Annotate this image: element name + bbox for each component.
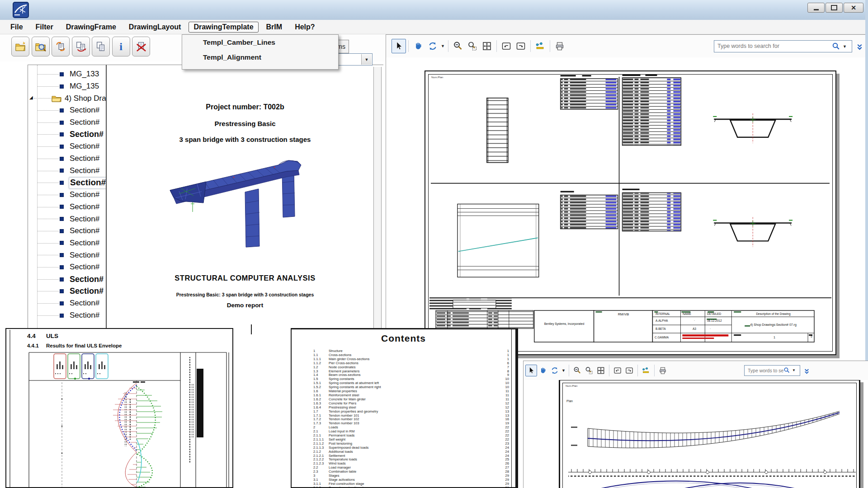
tree-item[interactable]: ◢ Section# — [28, 273, 106, 286]
tree-item-label[interactable]: Section# — [70, 190, 99, 199]
close-button[interactable]: ✕ — [844, 3, 863, 13]
search-dropdown-caret[interactable]: ▼ — [792, 368, 796, 372]
tree-item[interactable]: ◢ Section# — [28, 177, 106, 189]
tree-item-label[interactable]: Section# — [70, 215, 99, 224]
dropdown-menu-item[interactable]: Templ_Camber_Lines — [182, 35, 338, 50]
dropdown-menu-item[interactable]: Templ_Alignment — [182, 50, 338, 65]
maximize-button[interactable] — [826, 3, 843, 13]
toc-entry: 1.6.3 Concrete for Piers 12 — [292, 402, 509, 406]
collapse-chevrons-icon[interactable] — [803, 367, 810, 374]
bridge-app-icon[interactable] — [13, 2, 29, 18]
tree-item[interactable]: ◢ Section# — [28, 225, 106, 237]
menu-item[interactable]: File — [5, 22, 28, 33]
tree-item-label[interactable]: Section# — [70, 202, 99, 211]
search-icon[interactable] — [832, 42, 840, 51]
tree-item[interactable]: ◢ Section# — [28, 310, 106, 322]
title-bar[interactable]: ✕ — [0, 0, 868, 20]
transfer-document-button[interactable] — [72, 37, 90, 56]
select-tool-button[interactable] — [525, 365, 537, 376]
tree-item[interactable]: ◢ Section# — [28, 285, 106, 297]
tree-item[interactable]: ◢ Section# — [28, 261, 106, 273]
zoom-out-button[interactable] — [571, 365, 583, 376]
tree-item[interactable]: ◢ Section# — [28, 165, 106, 177]
print-button[interactable] — [552, 39, 567, 53]
tree-item-label[interactable]: Section# — [69, 177, 107, 189]
tree-item[interactable]: ◢ Section# — [28, 117, 106, 129]
update-document-button[interactable] — [52, 37, 70, 56]
tree-item[interactable]: ◢ MG_135 — [28, 80, 106, 93]
tree-item[interactable]: ◢ Section# — [28, 153, 106, 165]
combobox-arrow-icon[interactable]: ▼ — [361, 54, 372, 65]
rotate-dropdown-caret[interactable]: ▼ — [561, 368, 566, 373]
menu-item[interactable]: DrawingLayout — [124, 22, 186, 33]
tree-item[interactable]: ◢ Section# — [28, 189, 106, 201]
tree-item-label[interactable]: Section# — [70, 226, 99, 235]
tree-item-label[interactable]: Section# — [70, 166, 99, 175]
rotate-view-button[interactable] — [549, 365, 561, 376]
tree-item-label[interactable]: MG_133 — [70, 70, 99, 79]
next-view-button[interactable] — [514, 39, 528, 53]
tree-item-label[interactable]: Section# — [70, 275, 104, 284]
select-tool-button[interactable] — [392, 39, 406, 53]
pan-tool-button[interactable] — [537, 365, 549, 376]
tree-item[interactable]: ◢ Section# — [28, 141, 106, 153]
measure-tool-button[interactable] — [533, 39, 547, 53]
tree-item-label[interactable]: Section# — [70, 118, 99, 127]
delete-document-button[interactable] — [132, 37, 150, 56]
tree-item-label[interactable]: Section# — [70, 263, 99, 272]
tree-item[interactable]: ◢ Section# — [28, 297, 106, 310]
toc-entry: 1.7 Tendon properties and geometry 13 — [292, 410, 509, 414]
tree-item-label[interactable]: 4) Shop Dra — [65, 94, 106, 103]
previous-view-button[interactable] — [612, 365, 623, 376]
menu-item[interactable]: DrawingFrame — [61, 22, 121, 33]
tree-item-label[interactable]: MG_135 — [70, 82, 99, 91]
drawing-canvas[interactable]: Num.Plan — [386, 57, 868, 361]
tree-item[interactable]: ◢ Section# — [28, 249, 106, 261]
fit-view-button[interactable] — [595, 365, 607, 376]
tree-item-label[interactable]: Section# — [70, 286, 104, 296]
zoom-out-button[interactable] — [451, 39, 465, 53]
collapse-chevrons-icon[interactable] — [856, 42, 863, 50]
copy-document-button[interactable] — [92, 37, 110, 56]
toc-number: 1.6.4 — [292, 406, 329, 410]
menu-item[interactable]: Help? — [290, 22, 320, 33]
fit-view-button[interactable] — [480, 39, 494, 53]
report-scrollbar[interactable] — [373, 67, 382, 329]
tree-item[interactable]: ◢ MG_133 — [28, 68, 106, 80]
info-button[interactable]: i — [112, 37, 130, 56]
tree-item[interactable]: ◢ Section# — [28, 201, 106, 213]
previous-view-button[interactable] — [499, 39, 514, 53]
toc-number: 2.1 — [292, 430, 329, 434]
print-button[interactable] — [657, 365, 669, 376]
rotate-view-button[interactable] — [425, 39, 440, 53]
next-view-button[interactable] — [623, 365, 635, 376]
tree-item-label[interactable]: Section# — [70, 130, 104, 139]
pan-tool-button[interactable] — [411, 39, 425, 53]
tree-item[interactable]: ◢ 4) Shop Dra — [28, 92, 106, 104]
tree-item-label[interactable]: Section# — [70, 106, 99, 115]
drawing-canvas[interactable]: Num.Plan Plan — [524, 380, 868, 488]
tree-item-label[interactable]: Section# — [70, 154, 99, 163]
tree-item-label[interactable]: Section# — [70, 142, 99, 151]
menu-item[interactable]: DrawingTemplate — [189, 22, 258, 33]
tree-item[interactable]: ◢ Section# — [28, 128, 106, 141]
menu-item[interactable]: Filter — [31, 22, 58, 33]
open-folder-button[interactable] — [11, 37, 29, 56]
zoom-window-button[interactable] — [465, 39, 480, 53]
measure-tool-button[interactable] — [640, 365, 652, 376]
zoom-window-button[interactable] — [583, 365, 595, 376]
search-icon[interactable] — [783, 367, 790, 374]
search-folder-button[interactable] — [32, 37, 50, 56]
search-dropdown-caret[interactable]: ▼ — [843, 44, 847, 49]
rotate-dropdown-caret[interactable]: ▼ — [441, 44, 445, 48]
tree-item[interactable]: ◢ Section# — [28, 213, 106, 225]
expander-icon[interactable]: ◢ — [29, 95, 33, 100]
tree-item[interactable]: ◢ Section# — [28, 237, 106, 249]
minimize-button[interactable] — [807, 3, 825, 13]
menu-item[interactable]: BrIM — [261, 22, 288, 33]
tree-item-label[interactable]: Section# — [70, 299, 99, 308]
tree-item[interactable]: ◢ Section# — [28, 104, 106, 117]
tree-item-label[interactable]: Section# — [70, 239, 99, 248]
tree-item-label[interactable]: Section# — [70, 311, 99, 320]
tree-item-label[interactable]: Section# — [70, 251, 99, 260]
